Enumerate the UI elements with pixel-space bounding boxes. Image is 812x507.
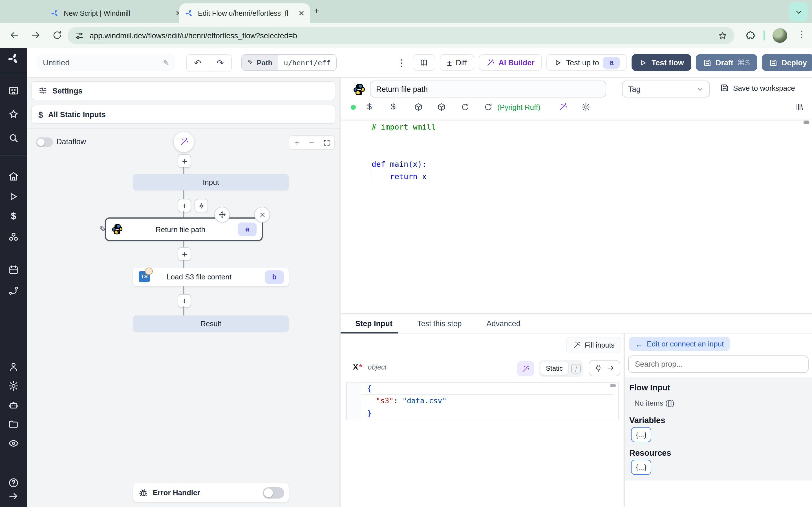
browser-tab-edit-flow[interactable]: Edit Flow u/henri/effortless_fl ✕: [179, 3, 310, 23]
bookmark-star-icon[interactable]: [718, 31, 727, 40]
all-static-inputs-label: All Static Inputs: [48, 110, 106, 119]
address-bar[interactable]: app.windmill.dev/flows/edit/u/henri/effo…: [68, 27, 734, 44]
tab-search-button[interactable]: [789, 2, 808, 21]
sidebar-help-icon[interactable]: [8, 477, 19, 489]
step-a-node[interactable]: Return file path a: [105, 217, 263, 241]
ai-fill-arg-button[interactable]: [517, 361, 534, 376]
deploy-label: Deploy: [781, 58, 807, 67]
search-prop-input[interactable]: [628, 355, 809, 373]
browser-tab-new-script[interactable]: New Script | Windmill ✕: [45, 3, 187, 23]
fill-inputs-button[interactable]: Fill inputs: [566, 337, 621, 353]
sidebar-favorites-icon[interactable]: [8, 109, 19, 120]
edit-name-pencil-icon[interactable]: ✎: [163, 58, 169, 67]
zoom-in-icon[interactable]: [293, 139, 301, 146]
add-step-button[interactable]: [177, 247, 191, 261]
add-step-button[interactable]: [177, 199, 191, 212]
reload-icon[interactable]: [461, 103, 470, 112]
package-icon[interactable]: [437, 103, 446, 112]
step-b-node[interactable]: TS Load S3 file content b: [133, 268, 289, 286]
path-group[interactable]: ✎ Path u/henri/eff: [241, 54, 337, 71]
redo-button[interactable]: ↷: [209, 54, 232, 72]
resources-braces-button[interactable]: {...}: [631, 460, 651, 475]
sidebar-runs-icon[interactable]: [8, 191, 19, 202]
sidebar-workers-icon[interactable]: [8, 399, 19, 411]
dataflow-toggle[interactable]: [36, 137, 53, 147]
all-static-inputs-row[interactable]: $ All Static Inputs: [31, 105, 336, 124]
draft-button[interactable]: Draft ⌘S: [696, 54, 757, 71]
assets-dollar-icon[interactable]: $: [367, 101, 372, 111]
tag-select[interactable]: Tag: [622, 80, 710, 98]
deploy-button[interactable]: Deploy: [762, 54, 812, 71]
new-tab-button[interactable]: +: [313, 6, 319, 17]
library-icon[interactable]: [795, 103, 804, 112]
save-to-workspace-button[interactable]: Save to workspace: [720, 83, 795, 93]
fx-expression-icon[interactable]: ƒ: [571, 363, 581, 373]
extensions-puzzle-icon[interactable]: [746, 31, 756, 41]
sidebar-settings-gear-icon[interactable]: [8, 380, 19, 392]
windmill-logo-icon[interactable]: [7, 52, 20, 65]
move-step-handle[interactable]: [214, 207, 230, 223]
add-step-button[interactable]: [177, 294, 191, 307]
flow-name-field[interactable]: Untitled ✎: [37, 54, 175, 71]
ai-flow-builder-button[interactable]: [174, 132, 194, 152]
json-arg-editor[interactable]: { "s3": "data.csv" }: [346, 382, 619, 420]
static-mode-pill[interactable]: Static: [540, 362, 568, 375]
test-up-to-button[interactable]: Test up to a: [546, 54, 627, 71]
move-icon: [218, 211, 226, 219]
sidebar-routes-icon[interactable]: [8, 285, 19, 296]
zoom-out-icon[interactable]: [308, 139, 315, 146]
edit-or-connect-button[interactable]: ← Edit or connect an input: [629, 337, 729, 351]
flow-settings-row[interactable]: Settings: [31, 81, 336, 100]
lint-status-label[interactable]: (Pyright Ruff): [497, 103, 541, 112]
error-handler-row[interactable]: Error Handler: [133, 483, 289, 502]
diff-button[interactable]: ± Diff: [440, 54, 474, 71]
error-handler-toggle[interactable]: [263, 487, 284, 498]
ai-assist-wand-icon[interactable]: [558, 103, 567, 112]
sidebar-folders-icon[interactable]: [8, 418, 19, 430]
sidebar-search-icon[interactable]: [8, 132, 19, 144]
browser-menu-kebab-icon[interactable]: ⋮: [797, 29, 806, 40]
tab-close-icon[interactable]: ✕: [298, 9, 305, 17]
fit-view-icon[interactable]: [323, 139, 331, 146]
ai-builder-button[interactable]: AI Builder: [479, 54, 542, 71]
package-icon[interactable]: [414, 103, 423, 112]
variables-dollar-icon[interactable]: $: [391, 101, 396, 111]
sidebar-audit-logs-icon[interactable]: [8, 438, 19, 449]
sidebar-resources-icon[interactable]: [8, 231, 19, 243]
sidebar-home-icon[interactable]: [8, 171, 19, 182]
scrollbar-thumb[interactable]: [610, 384, 616, 387]
sidebar-variables-icon[interactable]: $: [8, 211, 19, 222]
sidebar-apps-icon[interactable]: [8, 85, 19, 96]
variables-braces-button[interactable]: {...}: [631, 427, 651, 442]
path-button[interactable]: ✎ Path: [242, 55, 278, 70]
step-name-input[interactable]: [370, 80, 606, 98]
test-flow-button[interactable]: Test flow: [632, 54, 691, 71]
reload-button[interactable]: [52, 30, 63, 41]
undo-button[interactable]: ↶: [186, 54, 209, 72]
delete-step-button[interactable]: [254, 207, 270, 223]
add-trigger-button[interactable]: [195, 199, 208, 212]
add-step-top-button[interactable]: [177, 154, 191, 168]
scrollbar-thumb[interactable]: [804, 121, 809, 124]
docs-button[interactable]: [413, 54, 435, 71]
sidebar-users-icon[interactable]: [8, 361, 19, 372]
path-value[interactable]: u/henri/eff: [278, 55, 336, 70]
dollar-icon: $: [38, 110, 43, 119]
code-editor[interactable]: # import wmill def main(x): return x: [341, 119, 812, 314]
sidebar-schedules-icon[interactable]: [8, 264, 19, 276]
site-settings-icon[interactable]: [74, 31, 84, 40]
python-icon: [112, 224, 123, 235]
connect-input-button[interactable]: [589, 360, 620, 376]
reload-icon[interactable]: [484, 103, 493, 112]
editor-settings-gear-icon[interactable]: [581, 103, 591, 112]
tab-step-input[interactable]: Step Input: [353, 314, 395, 333]
more-options-kebab-icon[interactable]: ⋮: [395, 57, 408, 68]
forward-button[interactable]: [31, 30, 41, 41]
sidebar-expand-icon[interactable]: [8, 491, 19, 502]
avatar[interactable]: [772, 28, 787, 43]
flow-input-node[interactable]: Input: [133, 174, 289, 190]
tab-test-this-step[interactable]: Test this step: [415, 319, 464, 328]
flow-result-node[interactable]: Result: [133, 316, 289, 332]
tab-advanced[interactable]: Advanced: [485, 319, 523, 328]
back-button[interactable]: [9, 30, 20, 41]
